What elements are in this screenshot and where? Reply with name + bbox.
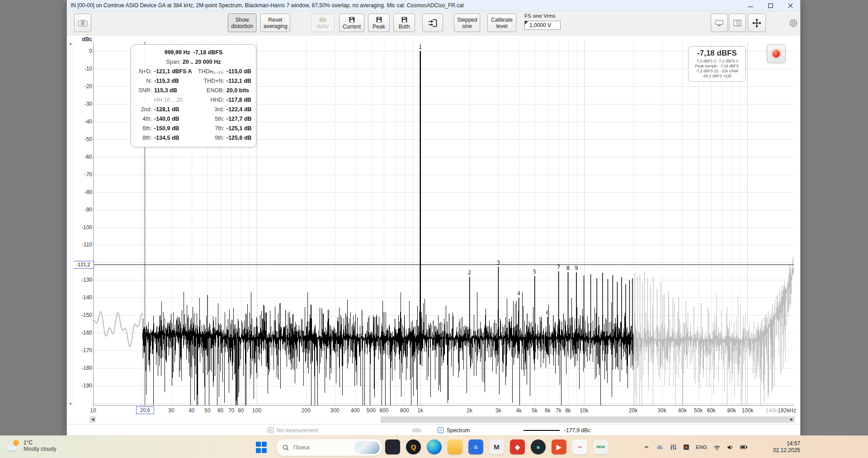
cursor-frequency-readout[interactable]: 20,6 (136, 406, 154, 414)
start-button[interactable] (256, 442, 267, 453)
horizontal-scrollbar[interactable]: ◀ ▶ (90, 416, 795, 423)
fs-sine-vrms-label: FS sine Vrms (524, 13, 556, 19)
spectrum-label: Spectrum (447, 427, 470, 434)
taskbar-app-icon[interactable] (385, 439, 400, 454)
screenshot-button[interactable] (74, 14, 91, 32)
taskbar-weather-widget[interactable]: 1°C Mostly cloudy (6, 439, 57, 453)
button-label: distortion (231, 23, 253, 29)
scroll-down-icon[interactable]: ▼ (67, 402, 74, 406)
language-indicator[interactable]: ENG (696, 444, 707, 450)
save-current-button[interactable]: Current (339, 14, 364, 32)
input-corner-marker (525, 21, 528, 24)
speaker-icon (727, 444, 734, 450)
system-tray: ENG (640, 436, 751, 458)
taskbar-app-icon[interactable] (448, 439, 462, 454)
cursor-header: 999,99 Hz -7,18 dBFS (135, 48, 252, 57)
tray-date: 02.12.2025 (762, 447, 800, 454)
display-mode-button[interactable] (711, 14, 728, 32)
show-distortion-button[interactable]: Show distortion (228, 14, 256, 32)
spectrum-value: -177,9 dBc (564, 427, 590, 434)
measurement-row: 2nd:-128,1 dB3rd:-122,4 dB (135, 105, 252, 114)
route-io-button[interactable] (422, 14, 443, 32)
taskbar-app-icon[interactable]: ▶ (552, 439, 566, 454)
x-tick-label: 30 (168, 407, 174, 414)
save-peak-button[interactable]: Peak (368, 14, 390, 32)
tray-app-button[interactable] (683, 444, 689, 450)
taskbar-app-icon[interactable]: M (489, 439, 504, 454)
minimize-icon (748, 3, 753, 8)
calibrate-level-button[interactable]: Calibrate level (487, 14, 516, 32)
button-label: Calibrate (491, 17, 513, 23)
x-tick-label: 80 (238, 407, 244, 414)
battery-icon (740, 444, 748, 450)
volume-button[interactable] (727, 444, 734, 450)
save-icon (396, 16, 412, 23)
no-measurement-checkbox[interactable]: ✓ (268, 427, 274, 433)
level-detail: -7,2 dBFS 22 - 22k UNW (690, 69, 744, 74)
stepped-sine-button[interactable]: Stepped sine (454, 14, 480, 32)
x-tick-label: 140k (765, 407, 777, 414)
wifi-button[interactable] (713, 444, 721, 450)
x-tick-label: 10 (90, 407, 96, 414)
taskbar-app-icon[interactable] (427, 439, 442, 454)
x-tick-label: 8k (565, 407, 571, 414)
fs-sine-vrms-input[interactable] (524, 21, 561, 30)
cloud-icon (656, 444, 664, 450)
battery-button[interactable] (740, 444, 748, 450)
x-tick-label: 7k (556, 407, 561, 414)
cursor-level-readout[interactable]: -121,2 (72, 261, 94, 269)
camera-icon (78, 19, 88, 27)
toolbar: Show distortion Reset averaging WAV Curr… (67, 11, 800, 35)
panels-icon (733, 19, 741, 27)
folder-icon (314, 16, 331, 23)
scroll-up-icon[interactable]: ▲ (67, 42, 74, 46)
equalizer-icon (670, 444, 677, 450)
tray-equalizer-button[interactable] (670, 444, 677, 450)
scrollbar-thumb[interactable] (96, 416, 381, 423)
taskbar-app-icon[interactable]: ~ (572, 439, 587, 454)
scroll-right-icon[interactable]: ▶ (788, 416, 795, 423)
tray-cloud-button[interactable] (656, 444, 664, 450)
measurement-row: SNR:115,3 dBENOB:20,0 bits (135, 86, 252, 95)
settings-button[interactable] (786, 14, 801, 32)
taskbar-search[interactable] (276, 439, 382, 456)
reset-averaging-button[interactable]: Reset averaging (260, 14, 290, 32)
level-detail: -7,2 dBFS C -7,2 dBFS A (690, 59, 744, 64)
record-button[interactable] (767, 44, 786, 63)
title-bar: IN [00-00] on Comtrue ASIO Device GA at … (67, 0, 800, 11)
scroll-left-icon[interactable]: ◀ (90, 416, 96, 423)
window-controls (741, 0, 800, 11)
x-tick-label: 800 (400, 407, 409, 414)
tray-chevron-button[interactable] (643, 444, 650, 450)
no-measurement-label: No measurement (277, 427, 318, 434)
save-icon (342, 16, 361, 23)
search-input[interactable] (292, 444, 349, 451)
spectrum-trace-swatch (524, 430, 560, 431)
x-tick-label: 40 (189, 407, 194, 414)
maximize-button[interactable] (760, 0, 780, 11)
taskbar-app-icon[interactable]: ≡ (468, 439, 483, 454)
x-tick-label: 500 (367, 407, 376, 414)
vertical-scrollbar[interactable]: ▲ ▼ (67, 42, 74, 406)
weather-temp: 1°C (24, 439, 57, 446)
taskbar-app-icon[interactable]: ● (531, 439, 546, 454)
button-label: averaging (264, 23, 287, 29)
x-tick-label: 20k (629, 407, 637, 414)
taskbar-app-icon[interactable]: Q (406, 439, 421, 454)
measurement-row: N:-115,3 dBTHD+N:-112,1 dB (135, 76, 252, 86)
taskbar-app-icon[interactable]: REW (593, 439, 608, 454)
close-button[interactable] (780, 0, 800, 11)
spectrum-checkbox[interactable]: ✓ (438, 427, 443, 433)
taskbar-clock[interactable]: 14:57 02.12.2025 (762, 440, 800, 454)
taskbar-app-icon[interactable]: ◆ (510, 439, 525, 454)
close-icon (788, 3, 793, 8)
wav-button: WAV (311, 14, 335, 32)
panels-layout-button[interactable] (729, 14, 746, 32)
minimize-button[interactable] (741, 0, 760, 11)
search-icon (283, 444, 289, 451)
pan-zoom-button[interactable] (748, 14, 766, 32)
x-tick-label: 5k (532, 407, 538, 414)
cursor-frequency: 999,99 Hz (165, 49, 190, 56)
save-both-button[interactable]: Both (393, 14, 415, 32)
search-highlight-image[interactable] (354, 441, 380, 454)
